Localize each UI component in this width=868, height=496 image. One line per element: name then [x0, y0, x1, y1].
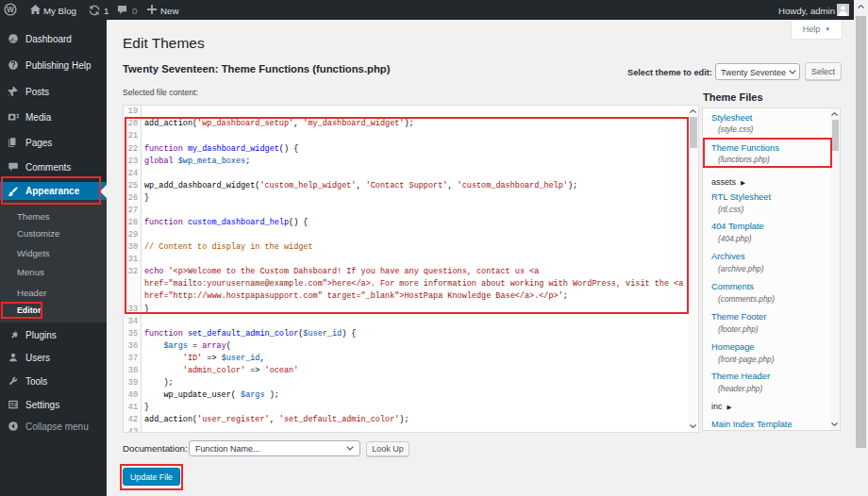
- svg-text:W: W: [7, 5, 14, 14]
